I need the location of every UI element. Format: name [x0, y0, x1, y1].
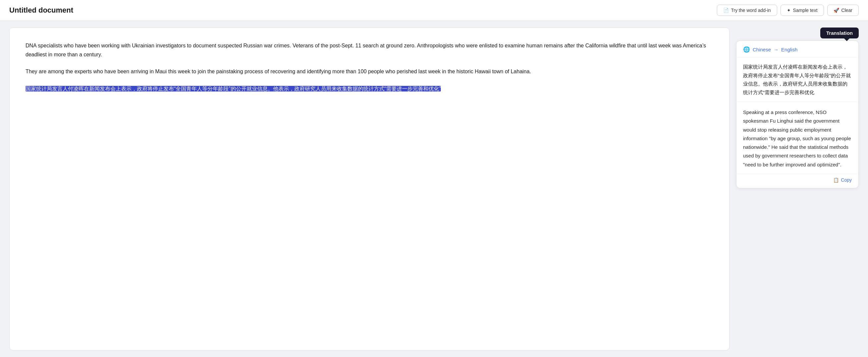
- copy-button[interactable]: 📋 Copy: [833, 177, 852, 183]
- paragraph-3-chinese: 国家统计局发言人付凌晖在新闻发布会上表示，政府将停止发布“全国青年人等分年龄段”…: [26, 84, 713, 93]
- rocket-icon: 🚀: [834, 8, 839, 13]
- source-text-block: 国家统计局发言人付凌晖在新闻发布会上表示，政府将停止发布“全国青年人等分年龄段”…: [737, 57, 858, 102]
- document-area[interactable]: DNA specialists who have been working wi…: [9, 28, 730, 350]
- globe-icon: 🌐: [743, 46, 750, 53]
- highlighted-chinese-text: 国家统计局发言人付凌晖在新闻发布会上表示，政府将停止发布“全国青年人等分年龄段”…: [26, 86, 441, 91]
- try-word-addin-button[interactable]: 📄 Try the word add-in: [717, 5, 777, 16]
- clear-button[interactable]: 🚀 Clear: [827, 5, 859, 16]
- language-from: Chinese: [753, 47, 771, 52]
- word-icon: 📄: [723, 8, 729, 13]
- paragraph-1: DNA specialists who have been working wi…: [26, 41, 713, 59]
- copy-row: 📋 Copy: [737, 174, 858, 188]
- translated-text-block: Speaking at a press conference, NSO spok…: [737, 102, 858, 174]
- language-to: English: [781, 47, 797, 52]
- main-layout: DNA specialists who have been working wi…: [0, 21, 868, 357]
- translation-tooltip: Translation: [820, 28, 859, 38]
- header: Untitled document 📄 Try the word add-in …: [0, 0, 868, 21]
- sample-text-button[interactable]: ✦ Sample text: [780, 5, 824, 16]
- translation-header: 🌐 Chinese → English: [737, 41, 858, 57]
- star-icon: ✦: [787, 8, 791, 13]
- translation-card: 🌐 Chinese → English 国家统计局发言人付凌晖在新闻发布会上表示…: [736, 40, 859, 188]
- translated-text: Speaking at a press conference, NSO spok…: [743, 109, 851, 168]
- header-actions: 📄 Try the word add-in ✦ Sample text 🚀 Cl…: [717, 5, 859, 16]
- copy-icon: 📋: [833, 177, 839, 183]
- translation-panel: Translation 🌐 Chinese → English 国家统计局发言人…: [736, 28, 859, 350]
- paragraph-2: They are among the experts who have been…: [26, 67, 713, 76]
- source-text: 国家统计局发言人付凌晖在新闻发布会上表示，政府将停止发布“全国青年人等分年龄段”…: [743, 64, 851, 95]
- arrow-icon: →: [774, 47, 778, 52]
- page-title: Untitled document: [9, 6, 73, 14]
